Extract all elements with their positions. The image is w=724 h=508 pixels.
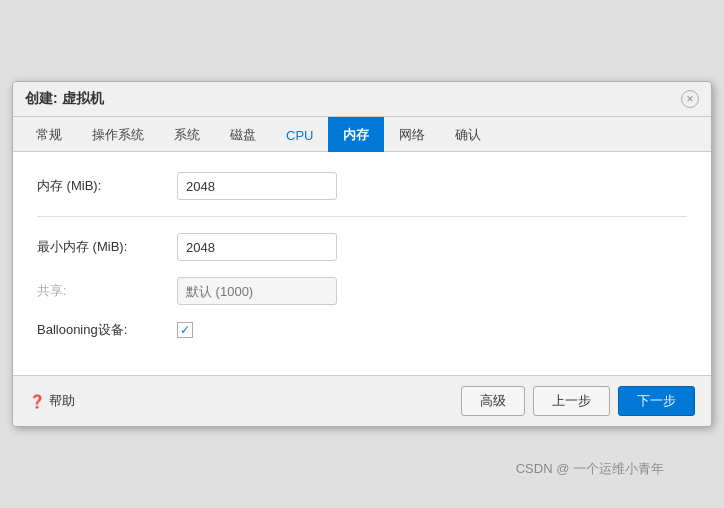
- min-memory-row: 最小内存 (MiB): ▲ ▼: [37, 233, 687, 261]
- tab-caozuoxitong[interactable]: 操作系统: [77, 117, 159, 152]
- watermark: CSDN @ 一个运维小青年: [516, 460, 664, 478]
- dialog-body: 内存 (MiB): ▲ ▼ 最小内存 (MiB): ▲ ▼: [13, 152, 711, 375]
- tab-queren[interactable]: 确认: [440, 117, 496, 152]
- ballooning-row: Ballooning设备:: [37, 321, 687, 339]
- tab-cpu[interactable]: CPU: [271, 119, 328, 151]
- memory-label: 内存 (MiB):: [37, 177, 177, 195]
- share-label: 共享:: [37, 282, 177, 300]
- create-vm-dialog: 创建: 虚拟机 × 常规 操作系统 系统 磁盘 CPU 内存 网络 确认 内存 …: [12, 81, 712, 427]
- tab-bar: 常规 操作系统 系统 磁盘 CPU 内存 网络 确认: [13, 117, 711, 152]
- share-row: 共享: ▲ ▼: [37, 277, 687, 305]
- prev-button[interactable]: 上一步: [533, 386, 610, 416]
- help-icon: ❓: [29, 394, 45, 409]
- memory-spinner[interactable]: ▲ ▼: [177, 172, 337, 200]
- tab-cipan[interactable]: 磁盘: [215, 117, 271, 152]
- share-input: [178, 282, 337, 301]
- tab-xitong[interactable]: 系统: [159, 117, 215, 152]
- help-label: 帮助: [49, 392, 75, 410]
- advanced-button[interactable]: 高级: [461, 386, 525, 416]
- help-button[interactable]: ❓ 帮助: [29, 392, 75, 410]
- min-memory-input[interactable]: [178, 238, 337, 257]
- tab-wangluo[interactable]: 网络: [384, 117, 440, 152]
- tab-neicun[interactable]: 内存: [328, 117, 384, 152]
- ballooning-checkbox[interactable]: [177, 322, 193, 338]
- dialog-footer: ❓ 帮助 高级 上一步 下一步: [13, 375, 711, 426]
- close-button[interactable]: ×: [681, 90, 699, 108]
- memory-row: 内存 (MiB): ▲ ▼: [37, 172, 687, 200]
- ballooning-label: Ballooning设备:: [37, 321, 177, 339]
- footer-right: 高级 上一步 下一步: [461, 386, 695, 416]
- min-memory-label: 最小内存 (MiB):: [37, 238, 177, 256]
- share-spinner: ▲ ▼: [177, 277, 337, 305]
- dialog-titlebar: 创建: 虚拟机 ×: [13, 82, 711, 117]
- divider-1: [37, 216, 687, 217]
- dialog-title: 创建: 虚拟机: [25, 90, 104, 108]
- tab-changgui[interactable]: 常规: [21, 117, 77, 152]
- footer-left: ❓ 帮助: [29, 392, 75, 410]
- min-memory-spinner[interactable]: ▲ ▼: [177, 233, 337, 261]
- ballooning-checkbox-wrapper[interactable]: [177, 322, 193, 338]
- next-button[interactable]: 下一步: [618, 386, 695, 416]
- memory-input[interactable]: [178, 177, 337, 196]
